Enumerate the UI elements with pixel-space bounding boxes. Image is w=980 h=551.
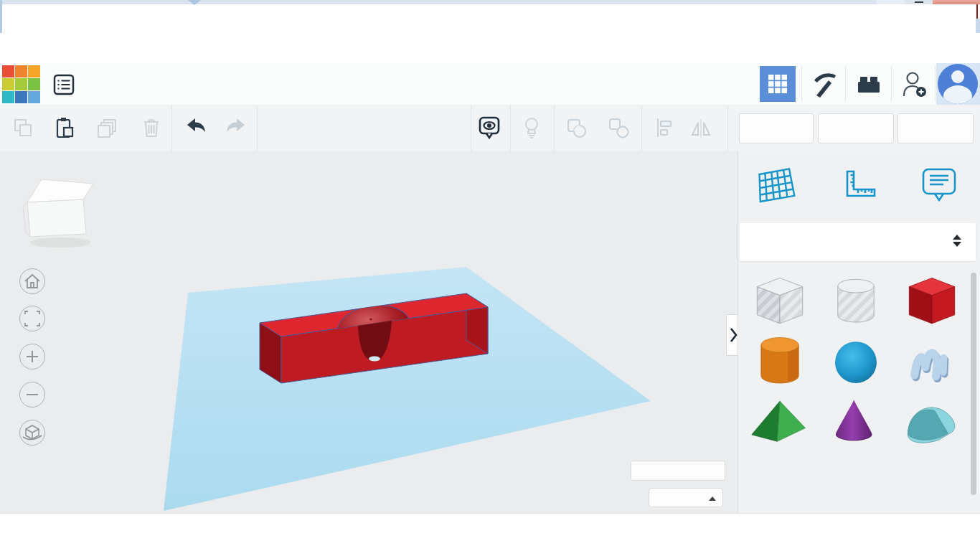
redo-icon bbox=[223, 115, 249, 141]
toolbar-divider bbox=[171, 105, 172, 151]
edit-grid-button[interactable] bbox=[631, 461, 725, 481]
logo-tile bbox=[28, 78, 40, 90]
send-button[interactable] bbox=[897, 113, 974, 143]
blue-sphere-shape[interactable] bbox=[820, 333, 892, 393]
copy-icon bbox=[10, 115, 36, 141]
header-divider bbox=[845, 66, 846, 102]
plus-icon bbox=[20, 344, 44, 369]
green-pyramid-shape[interactable] bbox=[744, 393, 816, 453]
trash-icon bbox=[138, 115, 164, 141]
panel-collapse-handle[interactable] bbox=[726, 314, 738, 356]
model-hole-gap bbox=[369, 357, 380, 362]
redo-button[interactable] bbox=[222, 114, 250, 141]
snap-grid-dropdown[interactable] bbox=[649, 488, 723, 507]
tinkercad-app bbox=[0, 0, 980, 551]
paste-icon bbox=[51, 115, 77, 141]
toolbar-divider bbox=[641, 105, 642, 151]
paste-button[interactable] bbox=[50, 114, 77, 141]
snap-grid-label bbox=[545, 489, 643, 508]
header-divider bbox=[891, 66, 892, 102]
viewport-scene bbox=[0, 151, 738, 513]
chevron-right-icon bbox=[728, 326, 738, 344]
zoom-in-button[interactable] bbox=[19, 344, 45, 369]
header-divider bbox=[801, 66, 802, 102]
toolbar-divider bbox=[727, 105, 728, 151]
shapes-panel bbox=[738, 151, 980, 513]
toolbar-divider bbox=[257, 105, 258, 151]
show-all-button[interactable] bbox=[476, 114, 503, 141]
perspective-toggle-button[interactable] bbox=[19, 420, 45, 446]
minecraft-mode-button[interactable] bbox=[805, 66, 841, 102]
undo-button[interactable] bbox=[182, 114, 209, 141]
minus-icon bbox=[20, 382, 44, 407]
browser-scroll-sliver bbox=[976, 19, 980, 33]
logo-tile bbox=[28, 91, 40, 103]
transparent-cylinder-shape[interactable] bbox=[820, 273, 892, 333]
home-icon bbox=[20, 269, 44, 293]
delete-button[interactable] bbox=[138, 114, 165, 141]
logo-tile bbox=[2, 65, 14, 77]
workplane-tool-button[interactable] bbox=[754, 162, 800, 208]
toolbar-divider bbox=[510, 105, 511, 151]
perspective-cube-icon bbox=[20, 420, 44, 445]
transparent-box-shape[interactable] bbox=[744, 273, 816, 333]
import-button[interactable] bbox=[739, 113, 814, 143]
pickaxe-icon bbox=[807, 68, 839, 100]
red-box-shape[interactable] bbox=[896, 273, 968, 333]
viewport-3d[interactable] bbox=[0, 151, 738, 513]
view-cube[interactable] bbox=[20, 169, 100, 250]
logo-tile bbox=[15, 91, 27, 103]
bottom-band bbox=[0, 513, 980, 551]
purple-cone-shape[interactable] bbox=[820, 393, 892, 453]
brick-mode-button[interactable] bbox=[851, 66, 887, 102]
ruler-tool-button[interactable] bbox=[834, 162, 880, 208]
workplane-tool-icon bbox=[755, 166, 799, 204]
mirror-icon bbox=[687, 115, 715, 141]
toolbar-divider bbox=[554, 105, 555, 151]
zoom-out-button[interactable] bbox=[19, 382, 45, 408]
browser-titlebar-sliver bbox=[0, 0, 980, 4]
avatar-head bbox=[951, 70, 964, 83]
invite-people-button[interactable] bbox=[897, 66, 933, 102]
duplicate-button[interactable] bbox=[94, 114, 121, 141]
shapes-grid bbox=[744, 273, 968, 453]
align-button[interactable] bbox=[650, 114, 677, 141]
orange-cylinder-shape[interactable] bbox=[744, 333, 816, 393]
sort-arrows-icon bbox=[953, 235, 961, 247]
home-view-button[interactable] bbox=[19, 268, 45, 294]
tinkercad-logo[interactable] bbox=[2, 65, 41, 105]
lightbulb-icon bbox=[519, 115, 545, 141]
group-icon bbox=[563, 115, 589, 141]
export-button[interactable] bbox=[818, 113, 894, 143]
shape-category-select[interactable] bbox=[740, 223, 976, 261]
dashboard-grid-icon bbox=[767, 73, 788, 95]
notes-tool-button[interactable] bbox=[916, 162, 962, 208]
dashboard-button[interactable] bbox=[760, 66, 796, 102]
logo-tile bbox=[15, 65, 27, 77]
add-person-icon bbox=[898, 67, 931, 100]
logo-tile bbox=[2, 91, 14, 103]
toolbar-divider bbox=[471, 105, 471, 151]
minimize-button-sliver[interactable] bbox=[905, 0, 933, 4]
browser-tab-sliver bbox=[877, 0, 905, 4]
account-cell bbox=[936, 63, 980, 105]
design-menu-button[interactable] bbox=[52, 73, 75, 96]
minimize-icon bbox=[915, 1, 923, 3]
ungroup-button[interactable] bbox=[605, 114, 632, 141]
undo-icon bbox=[183, 115, 209, 141]
model-hole-dot bbox=[369, 318, 372, 320]
list-icon bbox=[52, 73, 75, 96]
fit-view-button[interactable] bbox=[19, 306, 45, 331]
light-button[interactable] bbox=[518, 114, 545, 141]
round-roof-shape[interactable] bbox=[896, 393, 968, 453]
panel-scrollbar[interactable] bbox=[971, 273, 976, 495]
browser-edge-sliver bbox=[0, 0, 2, 33]
copy-button[interactable] bbox=[9, 114, 37, 141]
group-button[interactable] bbox=[562, 114, 590, 141]
mirror-button[interactable] bbox=[685, 114, 717, 141]
close-button-sliver[interactable] bbox=[933, 0, 980, 4]
header-divider bbox=[935, 66, 936, 102]
logo-tile bbox=[2, 78, 14, 90]
scribble-shape[interactable] bbox=[896, 333, 968, 393]
avatar[interactable] bbox=[938, 64, 978, 104]
